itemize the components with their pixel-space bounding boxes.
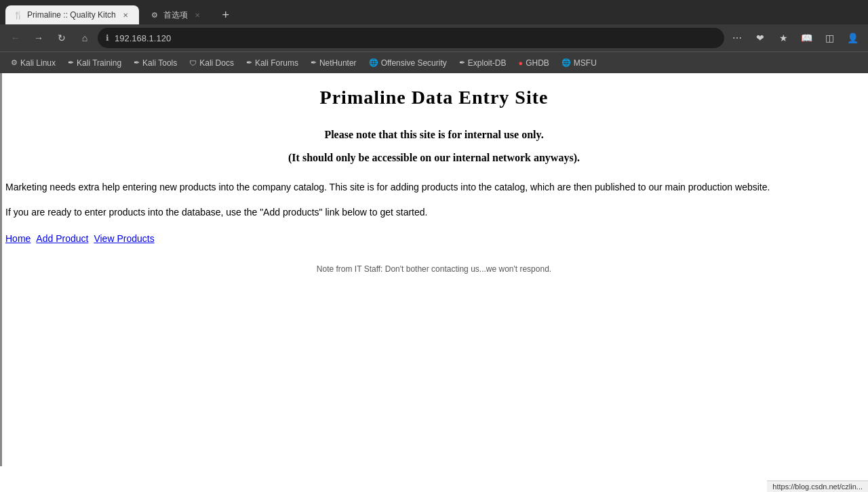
home-button[interactable]: ⌂ (75, 28, 95, 48)
offensive-security-icon: 🌐 (369, 58, 378, 67)
tab1-title: Primaline :: Quality Kitch (27, 10, 116, 20)
bookmark-nethunter-label: NetHunter (319, 58, 357, 68)
page-note: Note from IT Staff: Don't bother contact… (5, 264, 863, 274)
bookmark-kali-tools[interactable]: ✒ Kali Tools (128, 56, 182, 70)
reload-button[interactable]: ↻ (52, 28, 72, 48)
url-text: 192.168.1.120 (115, 33, 171, 43)
bookmark-nethunter[interactable]: ✒ NetHunter (305, 56, 362, 70)
address-bar[interactable]: ℹ 192.168.1.120 (98, 28, 724, 48)
insecure-icon: ℹ (106, 33, 109, 43)
sidebar-button[interactable]: ◫ (819, 28, 840, 48)
profile-button[interactable]: 👤 (842, 28, 863, 48)
more-options-button[interactable]: ⋯ (727, 28, 747, 48)
browser-chrome: 🍴 Primaline :: Quality Kitch ✕ ⚙ 首选项 ✕ +… (0, 0, 868, 73)
bookmark-offensive-security-label: Offensive Security (381, 58, 447, 68)
bookmark-kali-training[interactable]: ✒ Kali Training (62, 56, 127, 70)
nethunter-icon: ✒ (311, 58, 317, 67)
library-button[interactable]: 📖 (796, 28, 816, 48)
exploit-db-icon: ✒ (459, 58, 465, 67)
view-products-link[interactable]: View Products (94, 233, 154, 244)
page-description2: If you are ready to enter products into … (5, 205, 863, 220)
tab2-close[interactable]: ✕ (192, 9, 203, 20)
bookmark-offensive-security[interactable]: 🌐 Offensive Security (363, 56, 452, 70)
kali-docs-icon: 🛡 (189, 59, 197, 67)
tab-bar: 🍴 Primaline :: Quality Kitch ✕ ⚙ 首选项 ✕ + (5, 0, 235, 24)
bookmarks-bar: ⚙ Kali Linux ✒ Kali Training ✒ Kali Tool… (0, 52, 868, 73)
bookmark-kali-forums-label: Kali Forums (255, 58, 298, 68)
tab-inactive[interactable]: ⚙ 首选项 ✕ (139, 5, 214, 24)
page-subtitle1: Please note that this site is for intern… (5, 129, 863, 141)
bookmark-msfu[interactable]: 🌐 MSFU (556, 56, 602, 70)
tab-active[interactable]: 🍴 Primaline :: Quality Kitch ✕ (5, 5, 139, 24)
left-border-bar (0, 73, 2, 466)
nav-actions: ⋯ ❤ ★ (727, 28, 793, 48)
browser-actions: 📖 ◫ 👤 (796, 28, 863, 48)
add-product-link[interactable]: Add Product (36, 233, 88, 244)
page-description1: Marketing needs extra help entering new … (5, 180, 863, 194)
bookmark-kali-linux[interactable]: ⚙ Kali Linux (5, 56, 61, 70)
page-subtitle2: (It should only be accessible on our int… (5, 152, 863, 164)
kali-training-icon: ✒ (68, 58, 74, 67)
bookmark-msfu-label: MSFU (574, 58, 597, 68)
bookmark-kali-tools-label: Kali Tools (142, 58, 177, 68)
tab1-close[interactable]: ✕ (120, 9, 131, 20)
bookmark-kali-docs-label: Kali Docs (199, 58, 234, 68)
bookmark-kali-docs[interactable]: 🛡 Kali Docs (184, 56, 239, 70)
home-link[interactable]: Home (5, 233, 31, 244)
kali-tools-icon: ✒ (134, 58, 140, 67)
tab2-title: 首选项 (163, 9, 188, 21)
bookmark-ghdb-label: GHDB (526, 58, 549, 68)
bookmark-exploit-db[interactable]: ✒ Exploit-DB (454, 56, 512, 70)
kali-linux-icon: ⚙ (11, 58, 18, 67)
page-links: Home Add Product View Products (5, 233, 863, 244)
title-bar: 🍴 Primaline :: Quality Kitch ✕ ⚙ 首选项 ✕ + (0, 0, 868, 24)
forward-button[interactable]: → (28, 28, 49, 48)
back-button[interactable]: ← (5, 28, 26, 48)
page-title: Primaline Data Entry Site (5, 87, 863, 108)
ghdb-icon: ● (518, 59, 523, 67)
bookmark-ghdb[interactable]: ● GHDB (513, 56, 554, 70)
new-tab-button[interactable]: + (216, 5, 235, 24)
page-content: Primaline Data Entry Site Please note th… (0, 73, 868, 466)
pocket-button[interactable]: ❤ (750, 28, 770, 48)
nav-bar: ← → ↻ ⌂ ℹ 192.168.1.120 ⋯ ❤ ★ 📖 ◫ 👤 (0, 24, 868, 52)
tab1-favicon: 🍴 (14, 10, 23, 20)
bookmark-kali-training-label: Kali Training (77, 58, 121, 68)
msfu-icon: 🌐 (561, 58, 571, 67)
bookmark-kali-linux-label: Kali Linux (20, 58, 56, 68)
kali-forums-icon: ✒ (246, 58, 252, 67)
bookmark-exploit-db-label: Exploit-DB (468, 58, 507, 68)
bookmark-kali-forums[interactable]: ✒ Kali Forums (241, 56, 304, 70)
tab2-favicon: ⚙ (150, 10, 159, 20)
bookmark-star-button[interactable]: ★ (773, 28, 793, 48)
